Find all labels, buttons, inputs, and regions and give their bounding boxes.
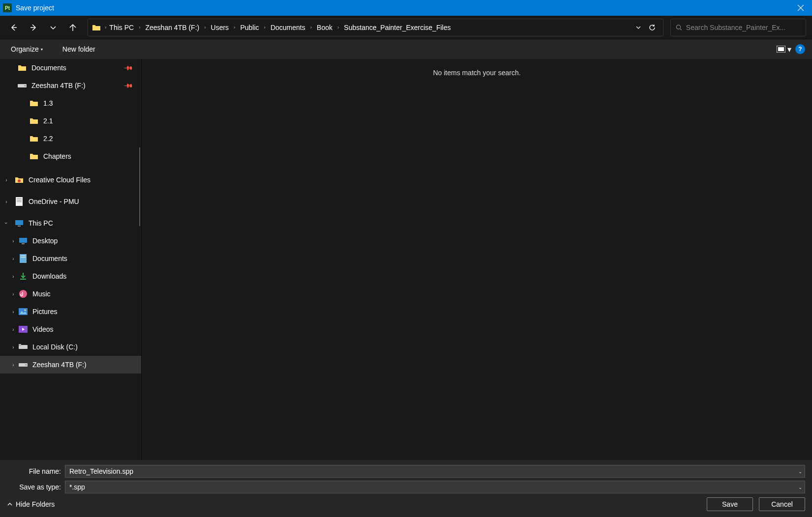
refresh-button[interactable]: [645, 21, 659, 34]
expand-icon[interactable]: ›: [3, 198, 10, 205]
chevron-right-icon: ›: [104, 25, 107, 30]
svg-point-8: [18, 179, 21, 182]
recent-button[interactable]: [45, 20, 61, 35]
back-button[interactable]: [6, 20, 22, 35]
svg-rect-13: [15, 220, 23, 225]
app-icon: Pt: [3, 3, 12, 12]
forward-button[interactable]: [26, 20, 41, 35]
expand-icon[interactable]: ›: [10, 255, 17, 262]
tree-item-documents[interactable]: › Documents: [0, 250, 141, 267]
address-bar[interactable]: › This PC› Zeeshan 4TB (F:)› Users› Publ…: [88, 19, 663, 36]
crumb-exercise-files[interactable]: Substance_Painter_Exercise_Files: [342, 23, 452, 32]
empty-message: No items match your search.: [433, 69, 520, 460]
help-button[interactable]: ?: [795, 44, 805, 54]
tree-item-onedrive[interactable]: › OneDrive - PMU: [0, 193, 141, 210]
folder-icon: [30, 152, 38, 161]
nav-bar: › This PC› Zeeshan 4TB (F:)› Users› Publ…: [0, 16, 812, 39]
filename-input[interactable]: [65, 465, 805, 478]
expand-icon[interactable]: ›: [10, 308, 17, 315]
search-input[interactable]: [686, 24, 801, 31]
address-history-button[interactable]: [632, 21, 645, 34]
tree-item-creative-cloud[interactable]: › Creative Cloud Files: [0, 171, 141, 189]
cancel-button[interactable]: Cancel: [759, 497, 805, 511]
folder-icon: [92, 23, 101, 32]
tree-label: Videos: [32, 325, 54, 333]
cc-icon: [15, 175, 24, 184]
hide-folders-label: Hide Folders: [16, 500, 55, 508]
dialog-body: Documents 📌 Zeeshan 4TB (F:) 📌 1.3 2.1 2…: [0, 59, 812, 460]
folder-icon: [30, 134, 38, 143]
expand-icon[interactable]: ›: [10, 361, 17, 368]
expand-icon[interactable]: ›: [10, 237, 17, 244]
tree-item-drive-f[interactable]: Zeeshan 4TB (F:) 📌: [0, 77, 141, 94]
tree-item-drive-f[interactable]: › Zeeshan 4TB (F:): [0, 356, 141, 373]
tree-item-videos[interactable]: › Videos: [0, 320, 141, 338]
svg-rect-10: [17, 199, 22, 199]
expand-icon[interactable]: ›: [10, 344, 17, 350]
expand-icon[interactable]: ›: [3, 176, 10, 183]
svg-rect-20: [20, 279, 26, 280]
tree-item-desktop[interactable]: › Desktop: [0, 232, 141, 250]
tree-label: Creative Cloud Files: [29, 176, 90, 184]
tree-item-downloads[interactable]: › Downloads: [0, 267, 141, 285]
tree-item-folder[interactable]: 2.1: [0, 112, 141, 130]
tree-label: 1.3: [43, 99, 53, 107]
chevron-right-icon: ›: [263, 25, 267, 30]
crumb-drive[interactable]: Zeeshan 4TB (F:): [143, 23, 201, 32]
drive-icon: [19, 360, 28, 369]
tree-item-pictures[interactable]: › Pictures: [0, 303, 141, 320]
view-button[interactable]: ▾: [777, 45, 791, 54]
help-icon: ?: [798, 46, 802, 53]
tree-label: This PC: [29, 219, 53, 227]
file-icon: [15, 197, 24, 206]
toolbar: Organize▾ New folder ▾ ?: [0, 39, 812, 59]
arrow-right-icon: [30, 24, 37, 31]
organize-button[interactable]: Organize▾: [7, 42, 47, 56]
crumb-users[interactable]: Users: [209, 23, 231, 32]
svg-rect-18: [21, 256, 26, 256]
hide-folders-button[interactable]: Hide Folders: [7, 500, 55, 508]
nav-tree[interactable]: Documents 📌 Zeeshan 4TB (F:) 📌 1.3 2.1 2…: [0, 59, 142, 460]
crumb-documents[interactable]: Documents: [269, 23, 307, 32]
svg-point-7: [25, 86, 26, 86]
crumb-this-pc[interactable]: This PC: [107, 23, 136, 32]
pc-icon: [15, 219, 24, 228]
crumb-book[interactable]: Book: [315, 23, 334, 32]
up-button[interactable]: [65, 20, 81, 35]
tree-item-folder[interactable]: 1.3: [0, 94, 141, 112]
new-folder-button[interactable]: New folder: [59, 42, 99, 56]
tree-item-this-pc[interactable]: › This PC: [0, 214, 141, 232]
svg-point-21: [19, 290, 27, 298]
tree-item-local-disk-c[interactable]: › Local Disk (C:): [0, 338, 141, 356]
collapse-icon[interactable]: ›: [3, 220, 10, 227]
tree-item-documents[interactable]: Documents 📌: [0, 59, 141, 77]
expand-icon[interactable]: ›: [10, 326, 17, 333]
chevron-down-icon: [635, 25, 641, 30]
tree-label: Documents: [32, 255, 67, 262]
expand-icon[interactable]: ›: [10, 273, 17, 280]
svg-rect-16: [22, 243, 25, 244]
tree-item-music[interactable]: › Music: [0, 285, 141, 303]
svg-rect-12: [17, 201, 22, 202]
search-box[interactable]: [670, 19, 806, 36]
file-list-area[interactable]: No items match your search.: [142, 59, 812, 460]
svg-point-28: [26, 365, 27, 366]
chevron-right-icon: ›: [233, 25, 236, 30]
pictures-icon: [19, 307, 28, 316]
tree-item-folder[interactable]: 2.2: [0, 130, 141, 147]
close-button[interactable]: [789, 0, 812, 16]
view-icon: [777, 46, 785, 53]
svg-point-23: [25, 310, 26, 311]
expand-icon[interactable]: ›: [10, 290, 17, 297]
tree-label: Music: [32, 290, 51, 298]
crumb-public[interactable]: Public: [238, 23, 261, 32]
save-button[interactable]: Save: [707, 497, 753, 511]
window-title: Save project: [16, 4, 54, 12]
folder-icon: [30, 116, 38, 125]
organize-label: Organize: [11, 45, 39, 53]
filetype-select[interactable]: [65, 481, 805, 493]
caret-down-icon: ▾: [41, 47, 43, 52]
tree-item-folder[interactable]: Chapters: [0, 147, 141, 165]
filetype-row: Save as type: ⌄: [7, 481, 805, 493]
tree-label: Pictures: [32, 308, 58, 316]
